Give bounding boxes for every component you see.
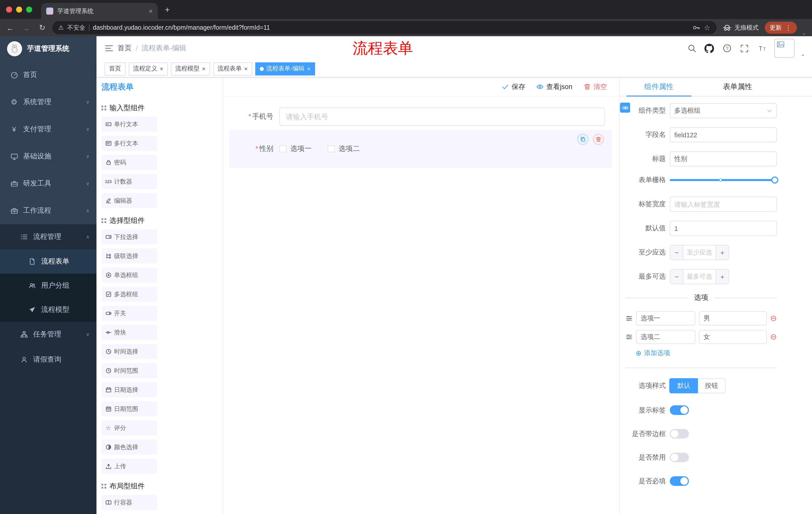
component-upload[interactable]: 上传	[102, 459, 157, 474]
phone-input[interactable]	[279, 108, 605, 126]
component-time-picker[interactable]: 时间选择	[102, 344, 157, 359]
component-radio-group[interactable]: 单选框组	[102, 268, 157, 283]
avatar-caret-icon[interactable]: ⌄	[801, 51, 805, 57]
search-icon[interactable]	[686, 43, 697, 54]
sidebar-item-dev-tools[interactable]: 研发工具 ∨	[0, 170, 96, 197]
component-password[interactable]: 密码	[102, 155, 157, 170]
update-button[interactable]: 更新 ⋮	[764, 22, 797, 34]
component-rate[interactable]: ☆ 评分	[102, 421, 157, 436]
tag-close-icon[interactable]: ×	[244, 65, 248, 72]
component-cascader[interactable]: 级联选择	[102, 248, 157, 264]
sidebar-item-workflow[interactable]: 工作流程 ∧	[0, 197, 96, 224]
bookmark-star-icon[interactable]: ☆	[704, 24, 710, 32]
tag-home[interactable]: 首页	[105, 62, 126, 75]
option-style-default[interactable]: 默认	[670, 378, 698, 393]
link-icon[interactable]	[620, 103, 630, 113]
disabled-switch[interactable]	[670, 453, 689, 462]
close-window-button[interactable]	[6, 6, 12, 12]
sidebar-item-infrastructure[interactable]: 基础设施 ∨	[0, 143, 96, 170]
clear-button[interactable]: 清空	[583, 82, 607, 91]
sidebar-item-payment-mgmt[interactable]: ¥ 支付管理 ∨	[0, 116, 96, 143]
remove-option-icon[interactable]: ⊖	[770, 314, 777, 322]
copy-widget-button[interactable]	[577, 134, 588, 145]
tag-process-form-edit[interactable]: 流程表单-编辑×	[255, 62, 315, 75]
browser-tab[interactable]: 芋道管理系统 ×	[41, 3, 158, 19]
new-tab-button[interactable]: +	[165, 5, 170, 15]
increase-icon[interactable]: +	[716, 270, 729, 283]
sidebar-logo-row[interactable]: 芋道管理系统	[0, 36, 96, 61]
tag-process-form[interactable]: 流程表单×	[213, 62, 252, 75]
forward-icon[interactable]: →	[20, 22, 32, 34]
tag-close-icon[interactable]: ×	[202, 65, 205, 72]
sidebar-item-home[interactable]: 首页	[0, 61, 96, 88]
component-date-range[interactable]: 日期范围	[102, 401, 157, 416]
sidebar-item-leave-query[interactable]: 请假查询	[0, 347, 96, 372]
component-select[interactable]: 下拉选择	[102, 229, 157, 244]
tab-component-props[interactable]: 组件属性	[619, 77, 698, 96]
slider-handle[interactable]	[771, 177, 778, 184]
font-size-icon[interactable]: TT	[756, 43, 767, 54]
max-select-value[interactable]: 最多可选	[684, 270, 716, 283]
hamburger-icon[interactable]	[100, 44, 118, 53]
component-slider[interactable]: 滑块	[102, 325, 157, 340]
minimize-window-button[interactable]	[16, 6, 22, 12]
sidebar-item-task-mgmt[interactable]: 任务管理 ∨	[0, 322, 96, 347]
component-checkbox-group[interactable]: 多选框组	[102, 287, 157, 302]
option-style-button[interactable]: 按钮	[698, 378, 726, 393]
form-grid-slider[interactable]	[670, 179, 775, 181]
option-value-input[interactable]	[699, 330, 766, 344]
option-value-input[interactable]	[699, 311, 766, 325]
sidebar-item-process-model[interactable]: 流程模型	[0, 298, 96, 322]
field-name-input[interactable]	[670, 127, 777, 142]
security-label[interactable]: 不安全	[67, 23, 85, 32]
increase-icon[interactable]: +	[716, 245, 729, 260]
selected-widget-gender[interactable]: *性别 选项一 选项二	[229, 130, 612, 168]
drag-handle-icon[interactable]	[626, 333, 633, 341]
component-editor[interactable]: 编辑器	[102, 193, 157, 208]
checkbox-option1[interactable]: 选项一	[279, 144, 312, 154]
checkbox-box[interactable]	[328, 145, 335, 153]
checkbox-option2[interactable]: 选项二	[328, 144, 360, 154]
component-multi-line-text[interactable]: 多行文本	[102, 136, 157, 151]
add-option-button[interactable]: ⊕ 添加选项	[636, 349, 777, 358]
option-label-input[interactable]	[636, 311, 695, 325]
toolbar-caret-icon[interactable]: ⌄	[802, 31, 806, 36]
decrease-icon[interactable]: −	[670, 245, 684, 260]
required-switch[interactable]	[670, 476, 689, 486]
sidebar-item-process-mgmt[interactable]: 流程管理 ∧	[0, 224, 96, 249]
border-switch[interactable]	[670, 429, 689, 438]
tab-close-icon[interactable]: ×	[149, 7, 153, 15]
password-key-icon[interactable]	[692, 24, 700, 32]
min-select-value[interactable]: 至少应选	[684, 245, 716, 260]
sidebar-item-process-form[interactable]: 流程表单	[0, 249, 96, 274]
address-bar[interactable]: ⚠ 不安全 dashboard.yudao.iocoder.cn/bpm/man…	[52, 21, 716, 34]
option-label-input[interactable]	[636, 330, 695, 344]
component-row-container[interactable]: 行容器	[102, 495, 157, 510]
remove-option-icon[interactable]: ⊖	[770, 333, 777, 341]
label-width-input[interactable]	[670, 197, 777, 212]
browser-menu-icon[interactable]: ⋮	[785, 24, 792, 31]
back-icon[interactable]: ←	[4, 22, 16, 34]
tag-close-icon[interactable]: ×	[160, 65, 163, 72]
component-color-picker[interactable]: 颜色选择	[102, 439, 157, 455]
drag-handle-icon[interactable]	[626, 315, 633, 322]
component-type-select[interactable]: 多选框组	[670, 103, 777, 118]
title-input[interactable]	[670, 152, 777, 166]
save-button[interactable]: 保存	[501, 82, 525, 91]
reload-icon[interactable]: ↻	[36, 22, 48, 34]
tag-process-model[interactable]: 流程模型×	[171, 62, 210, 75]
github-icon[interactable]	[704, 43, 715, 54]
checkbox-box[interactable]	[279, 145, 286, 153]
default-value-input[interactable]	[670, 221, 777, 236]
tag-close-icon[interactable]: ×	[307, 65, 311, 72]
tag-process-definition[interactable]: 流程定义×	[128, 62, 168, 75]
component-time-range[interactable]: 时间范围	[102, 363, 157, 378]
avatar[interactable]	[774, 39, 794, 58]
sidebar-item-user-groups[interactable]: 用户分组	[0, 274, 96, 298]
component-date-picker[interactable]: 日期选择	[102, 382, 157, 397]
tab-form-props[interactable]: 表单属性	[698, 77, 777, 96]
component-switch[interactable]: 开关	[102, 306, 157, 321]
component-counter[interactable]: 123 计数器	[102, 174, 157, 189]
show-label-switch[interactable]	[670, 405, 689, 415]
breadcrumb-home[interactable]: 首页	[118, 44, 132, 53]
